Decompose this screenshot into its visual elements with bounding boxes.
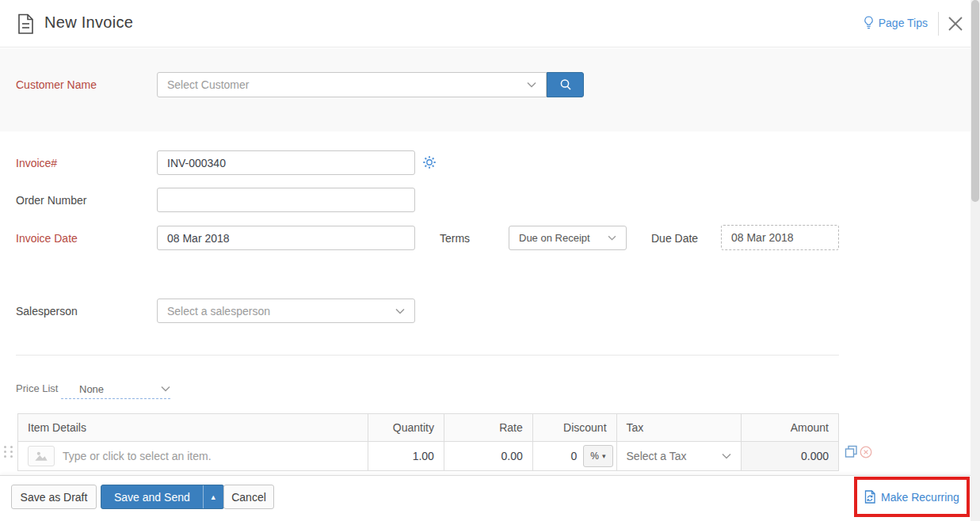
discount-unit-value: % bbox=[590, 451, 599, 462]
save-as-draft-label: Save as Draft bbox=[21, 491, 88, 504]
customer-search-button[interactable] bbox=[547, 72, 584, 97]
cancel-label: Cancel bbox=[231, 491, 266, 504]
rate-value: 0.00 bbox=[501, 450, 522, 462]
due-date-label: Due Date bbox=[651, 232, 698, 245]
customer-select[interactable]: Select Customer bbox=[157, 72, 547, 97]
due-date-value: 08 Mar 2018 bbox=[731, 231, 794, 244]
salesperson-label: Salesperson bbox=[16, 305, 78, 318]
caret-up-icon: ▲ bbox=[210, 493, 217, 501]
scrollbar-thumb[interactable] bbox=[971, 0, 979, 202]
section-divider bbox=[16, 355, 839, 356]
terms-label: Terms bbox=[440, 232, 470, 245]
item-select-placeholder: Type or click to select an item. bbox=[63, 450, 212, 462]
price-list-label: Price List bbox=[16, 382, 58, 394]
amount-value: 0.000 bbox=[801, 450, 829, 462]
footer-bar: Save as Draft Save and Send ▲ Cancel bbox=[0, 475, 980, 521]
rate-cell[interactable]: 0.00 bbox=[444, 442, 532, 470]
discount-value: 0 bbox=[571, 450, 578, 462]
page-title: New Invoice bbox=[44, 13, 133, 32]
col-discount: Discount bbox=[532, 414, 616, 441]
invoice-date-label: Invoice Date bbox=[16, 232, 78, 245]
search-icon bbox=[559, 78, 572, 91]
amount-cell: 0.000 bbox=[741, 442, 838, 470]
cancel-button[interactable]: Cancel bbox=[223, 485, 274, 509]
scrollbar-track bbox=[970, 0, 980, 521]
terms-select[interactable]: Due on Receipt bbox=[509, 226, 627, 250]
save-as-draft-button[interactable]: Save as Draft bbox=[11, 485, 97, 509]
price-list-underline bbox=[61, 398, 170, 399]
item-image-icon[interactable] bbox=[28, 446, 55, 466]
make-recurring-highlight-box: Make Recurring bbox=[854, 477, 970, 517]
chevron-down-icon bbox=[722, 453, 731, 459]
invoice-date-input[interactable] bbox=[157, 226, 415, 250]
col-tax: Tax bbox=[616, 414, 742, 441]
chevron-down-icon bbox=[161, 386, 170, 392]
terms-value: Due on Receipt bbox=[519, 232, 590, 244]
discount-unit-dropdown[interactable]: % ▾ bbox=[583, 445, 612, 467]
item-cell[interactable]: Type or click to select an item. bbox=[18, 442, 368, 470]
col-quantity: Quantity bbox=[368, 414, 444, 441]
chevron-down-icon bbox=[527, 82, 536, 88]
invoice-number-input[interactable] bbox=[157, 150, 415, 175]
recurring-document-icon bbox=[864, 490, 875, 504]
salesperson-placeholder: Select a salesperson bbox=[167, 305, 270, 318]
row-drag-handle[interactable] bbox=[4, 443, 15, 460]
invoice-number-label: Invoice# bbox=[16, 157, 57, 169]
tax-cell[interactable]: Select a Tax bbox=[616, 442, 742, 470]
discount-cell[interactable]: 0 % ▾ bbox=[532, 442, 616, 470]
order-number-input[interactable] bbox=[157, 188, 415, 212]
invoice-document-icon bbox=[17, 13, 34, 35]
item-table: Item Details Quantity Rate Discount Tax … bbox=[17, 413, 839, 471]
price-list-value: None bbox=[79, 383, 104, 395]
tax-select[interactable]: Select a Tax bbox=[627, 450, 732, 462]
chevron-down-icon bbox=[395, 308, 405, 314]
col-item-details: Item Details bbox=[18, 414, 368, 441]
header-separator bbox=[938, 12, 939, 36]
chevron-down-icon bbox=[608, 235, 616, 241]
save-and-send-split-button: Save and Send ▲ bbox=[101, 485, 224, 509]
close-icon[interactable] bbox=[947, 15, 964, 32]
quantity-cell[interactable]: 1.00 bbox=[368, 442, 444, 470]
customer-name-label: Customer Name bbox=[16, 78, 97, 91]
tax-select-placeholder: Select a Tax bbox=[627, 450, 687, 462]
save-and-send-button[interactable]: Save and Send bbox=[101, 485, 203, 508]
price-list-select[interactable]: None bbox=[79, 381, 170, 397]
due-date-input[interactable]: 08 Mar 2018 bbox=[721, 225, 839, 250]
caret-down-icon: ▾ bbox=[602, 452, 606, 460]
make-recurring-label: Make Recurring bbox=[881, 491, 959, 504]
header: New Invoice Page Tips bbox=[0, 0, 980, 48]
quantity-value: 1.00 bbox=[413, 450, 434, 462]
page-tips-label: Page Tips bbox=[879, 17, 928, 29]
order-number-label: Order Number bbox=[16, 194, 86, 207]
bulb-icon bbox=[864, 16, 874, 29]
make-recurring-link[interactable]: Make Recurring bbox=[864, 490, 959, 504]
save-options-dropdown-button[interactable]: ▲ bbox=[203, 485, 223, 508]
col-rate: Rate bbox=[444, 414, 532, 441]
salesperson-select[interactable]: Select a salesperson bbox=[157, 299, 415, 323]
customer-select-placeholder: Select Customer bbox=[167, 78, 249, 91]
delete-row-icon[interactable] bbox=[860, 446, 872, 458]
page-tips-link[interactable]: Page Tips bbox=[864, 16, 928, 29]
col-amount: Amount bbox=[741, 414, 838, 441]
clone-row-icon[interactable] bbox=[845, 445, 858, 458]
gear-icon[interactable] bbox=[422, 155, 437, 169]
save-and-send-label: Save and Send bbox=[114, 491, 190, 504]
item-row: Type or click to select an item. 1.00 0.… bbox=[18, 442, 838, 470]
item-table-header: Item Details Quantity Rate Discount Tax … bbox=[18, 414, 838, 442]
new-invoice-page: New Invoice Page Tips Customer Name Sele… bbox=[0, 0, 980, 521]
